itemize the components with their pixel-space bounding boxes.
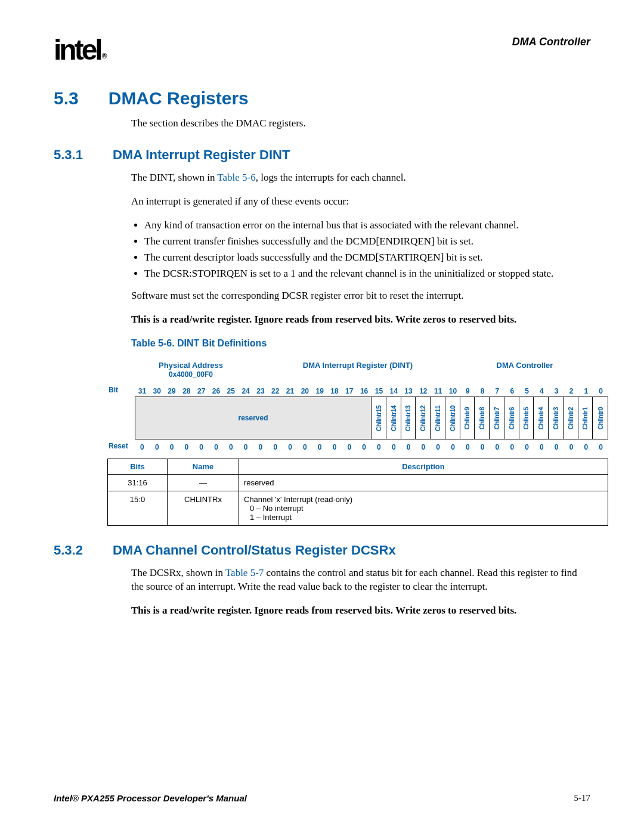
reset-value: 0	[209, 442, 224, 453]
bit-number: 29	[165, 386, 179, 397]
heading-number: 5.3	[54, 88, 79, 109]
bit-number: 20	[298, 386, 312, 397]
table-reference-link[interactable]: Table 5-6	[217, 172, 255, 183]
heading-text: DMAC Registers	[109, 88, 249, 109]
reset-value: 0	[460, 442, 475, 453]
paragraph: The section describes the DMAC registers…	[131, 117, 590, 131]
register-header: Physical Address 0x4000_00F0 DMA Interru…	[107, 357, 608, 380]
bit-number: 30	[150, 386, 165, 397]
paragraph-bold: This is a read/write register. Ignore re…	[131, 604, 590, 618]
address-value: 0x4000_00F0	[169, 370, 213, 379]
bit-number: 5	[519, 386, 534, 397]
reset-row: Reset 00000000000000000000000000000000	[107, 442, 608, 453]
heading-text: DMA Channel Control/Status Register DCSR…	[113, 543, 396, 558]
bit-field: ChlIntr11	[431, 397, 445, 439]
bit-number: 24	[239, 386, 253, 397]
heading-text: DMA Interrupt Register DINT	[113, 147, 290, 163]
chapter-title: DMA Controller	[512, 36, 590, 48]
reset-value: 0	[371, 442, 386, 453]
bit-number: 18	[327, 386, 342, 397]
reset-value: 0	[312, 442, 327, 453]
bit-number: 19	[312, 386, 327, 397]
reset-value: 0	[504, 442, 519, 453]
physical-address-label: Physical Address 0x4000_00F0	[107, 361, 274, 379]
list-item: Any kind of transaction error on the int…	[144, 219, 590, 233]
bit-field: ChlIntr3	[549, 397, 564, 439]
bit-field: ChlIntr12	[416, 397, 431, 439]
reset-value: 0	[445, 442, 460, 453]
table-reference-link[interactable]: Table 5-7	[225, 567, 264, 578]
reset-value: 0	[179, 442, 194, 453]
cell-name: CHLINTRx	[168, 491, 239, 526]
reset-value: 0	[135, 442, 150, 453]
bit-number: 13	[401, 386, 416, 397]
cell-bits: 15:0	[108, 491, 168, 526]
bit-number: 25	[224, 386, 239, 397]
reserved-field: reserved	[135, 397, 371, 439]
text-span: , logs the interrupts for each channel.	[256, 172, 406, 183]
text-span: The DCSRx, shown in	[131, 567, 225, 578]
reset-value: 0	[431, 442, 445, 453]
bit-number: 9	[460, 386, 475, 397]
page-header: intel® DMA Controller	[54, 36, 590, 64]
reset-value: 0	[475, 442, 490, 453]
block-name: DMA Controller	[441, 361, 608, 379]
paragraph-bold: This is a read/write register. Ignore re…	[131, 313, 590, 327]
reset-value: 0	[298, 442, 312, 453]
reset-values: 00000000000000000000000000000000	[135, 442, 608, 453]
bit-number: 26	[209, 386, 224, 397]
logo-text: intel	[54, 34, 101, 66]
trademark-icon: ®	[102, 52, 105, 60]
intel-logo: intel®	[54, 36, 104, 64]
reset-value: 0	[150, 442, 165, 453]
reset-value: 0	[268, 442, 283, 453]
bit-field: ChlIntr5	[519, 397, 534, 439]
description-table: Bits Name Description 31:16 — reserved 1…	[107, 459, 608, 526]
reset-value: 0	[416, 442, 431, 453]
bit-field: ChlIntr15	[371, 397, 386, 439]
bit-number: 14	[386, 386, 401, 397]
list-item: The current transfer finishes successful…	[144, 235, 590, 249]
reset-value: 0	[549, 442, 564, 453]
reset-value: 0	[578, 442, 593, 453]
bit-field: ChlIntr8	[475, 397, 490, 439]
bit-number-row: Bit 313029282726252423222120191817161514…	[107, 386, 608, 397]
bit-number: 12	[416, 386, 431, 397]
reset-value: 0	[253, 442, 268, 453]
paragraph: The DCSRx, shown in Table 5-7 contains t…	[131, 566, 590, 594]
page-number: 5-17	[574, 793, 591, 803]
col-bits: Bits	[108, 459, 168, 475]
cell-bits: 31:16	[108, 475, 168, 491]
reset-value: 0	[593, 442, 608, 453]
bit-names-row: reservedChlIntr15ChlIntr14ChlIntr13ChlIn…	[107, 397, 608, 439]
row-label-bit: Bit	[107, 386, 135, 397]
reset-value: 0	[165, 442, 179, 453]
bit-number: 22	[268, 386, 283, 397]
bit-field: ChlIntr7	[490, 397, 504, 439]
bit-number: 11	[431, 386, 445, 397]
heading-number: 5.3.2	[54, 543, 83, 558]
footer-title: Intel® PXA255 Processor Developer's Manu…	[54, 793, 247, 803]
reset-value: 0	[194, 442, 209, 453]
register-table: Physical Address 0x4000_00F0 DMA Interru…	[107, 357, 608, 526]
register-name: DMA Interrupt Register (DINT)	[274, 361, 441, 379]
desc-line: 0 – No interrupt	[244, 504, 603, 513]
cell-desc: Channel 'x' Interrupt (read-only) 0 – No…	[239, 491, 608, 526]
heading-5-3-2: 5.3.2 DMA Channel Control/Status Registe…	[54, 543, 590, 558]
reset-value: 0	[519, 442, 534, 453]
text-span: The DINT, shown in	[131, 172, 217, 183]
bit-field: ChlIntr9	[460, 397, 475, 439]
bit-number: 28	[179, 386, 194, 397]
reset-value: 0	[224, 442, 239, 453]
list-item: The DCSR:STOPIRQEN is set to a 1 and the…	[144, 267, 590, 281]
reset-value: 0	[342, 442, 357, 453]
bit-number: 17	[342, 386, 357, 397]
col-name: Name	[168, 459, 239, 475]
bit-numbers: 3130292827262524232221201918171615141312…	[135, 386, 608, 397]
paragraph: The DINT, shown in Table 5-6, logs the i…	[131, 171, 590, 185]
bit-field: ChlIntr2	[564, 397, 578, 439]
col-description: Description	[239, 459, 608, 475]
page: intel® DMA Controller 5.3 DMAC Registers…	[0, 0, 644, 833]
reset-value: 0	[283, 442, 298, 453]
list-item: The current descriptor loads successfull…	[144, 251, 590, 265]
